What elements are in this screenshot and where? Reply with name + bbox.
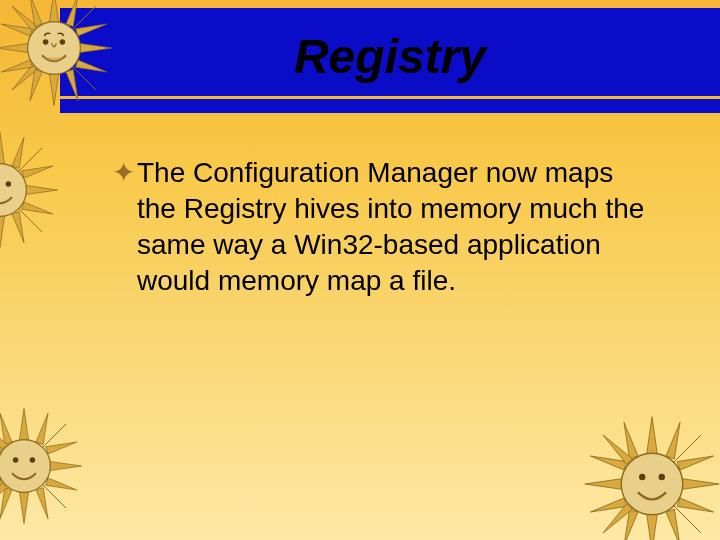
svg-point-18 — [43, 39, 49, 45]
svg-marker-50 — [36, 488, 48, 519]
svg-marker-48 — [46, 478, 77, 490]
bullet-item: ✦ The Configuration Manager now maps the… — [112, 155, 648, 299]
svg-point-74 — [621, 453, 683, 515]
svg-point-76 — [659, 474, 665, 480]
svg-marker-2 — [0, 43, 30, 53]
svg-point-56 — [13, 457, 19, 463]
bullet-icon: ✦ — [112, 155, 135, 191]
bullet-text: The Configuration Manager now maps the R… — [137, 155, 648, 299]
svg-marker-42 — [48, 461, 82, 471]
svg-marker-39 — [19, 408, 29, 442]
svg-marker-40 — [19, 490, 29, 524]
slide-body: ✦ The Configuration Manager now maps the… — [112, 155, 648, 299]
svg-marker-12 — [76, 24, 107, 36]
svg-marker-60 — [585, 478, 624, 489]
sun-icon — [0, 0, 114, 108]
svg-point-57 — [30, 457, 36, 463]
svg-marker-10 — [66, 0, 78, 26]
svg-point-55 — [0, 440, 50, 493]
svg-marker-1 — [49, 72, 59, 106]
svg-marker-59 — [646, 512, 657, 540]
svg-marker-20 — [0, 132, 5, 166]
svg-marker-14 — [76, 60, 107, 72]
svg-point-75 — [639, 474, 645, 480]
svg-marker-25 — [12, 137, 24, 168]
svg-marker-69 — [666, 509, 680, 540]
svg-marker-29 — [22, 202, 53, 214]
sun-icon — [0, 406, 84, 526]
svg-marker-58 — [646, 417, 657, 456]
sun-icon — [582, 414, 720, 540]
svg-marker-23 — [24, 185, 58, 195]
svg-marker-31 — [12, 212, 24, 243]
svg-marker-3 — [78, 43, 112, 53]
title-divider — [60, 96, 720, 99]
sun-icon — [0, 130, 60, 250]
svg-marker-0 — [49, 0, 59, 24]
svg-marker-61 — [680, 478, 719, 489]
title-bar: Registry — [60, 8, 720, 113]
svg-marker-46 — [46, 442, 77, 454]
svg-point-17 — [28, 22, 81, 75]
svg-marker-21 — [0, 214, 5, 248]
svg-point-38 — [6, 181, 12, 187]
svg-point-19 — [60, 39, 66, 45]
svg-marker-27 — [22, 166, 53, 178]
svg-marker-67 — [677, 498, 713, 512]
svg-marker-16 — [66, 70, 78, 101]
svg-marker-44 — [36, 413, 48, 444]
svg-marker-65 — [677, 456, 713, 470]
slide-title: Registry — [294, 29, 486, 84]
svg-marker-63 — [666, 422, 680, 458]
